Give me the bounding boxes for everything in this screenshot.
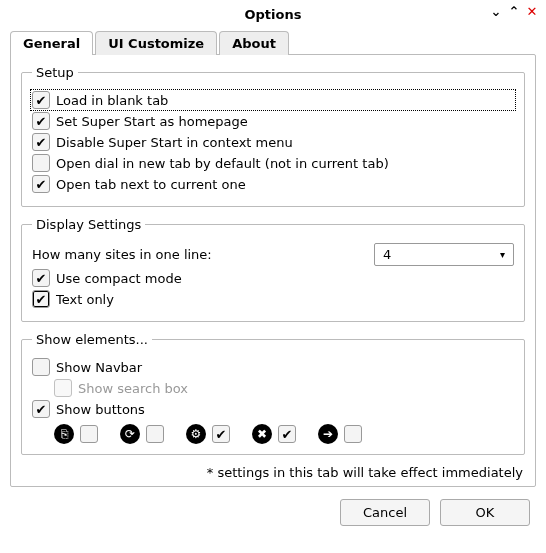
button-toggle-checkbox[interactable] [344, 425, 362, 443]
tab-ui-customize[interactable]: UI Customize [95, 31, 217, 55]
setup-checkbox[interactable] [32, 175, 50, 193]
setup-group: Setup Load in blank tabSet Super Start a… [21, 65, 525, 207]
sites-per-line-value: 4 [383, 247, 391, 262]
button-toggle-checkbox[interactable] [212, 425, 230, 443]
window-title: Options [245, 7, 302, 22]
display-legend: Display Settings [32, 217, 145, 232]
titlebar: Options ⌄ ⌃ ✕ [0, 0, 546, 28]
button-toggle-pair: ⚙ [186, 424, 236, 444]
compact-mode-label: Use compact mode [56, 271, 182, 286]
setup-label: Open tab next to current one [56, 177, 246, 192]
button-toggle-checkbox[interactable] [278, 425, 296, 443]
chevron-down-icon: ▾ [500, 249, 505, 260]
display-settings-group: Display Settings How many sites in one l… [21, 217, 525, 322]
show-searchbox-label: Show search box [78, 381, 188, 396]
dialog-buttons: Cancel OK [0, 487, 546, 526]
setup-legend: Setup [32, 65, 78, 80]
text-only-label: Text only [56, 292, 114, 307]
sites-per-line-label: How many sites in one line: [32, 247, 212, 262]
cancel-button[interactable]: Cancel [340, 499, 430, 526]
button-toggle-checkbox[interactable] [80, 425, 98, 443]
newtab-icon: ⎘ [54, 424, 74, 444]
ok-button[interactable]: OK [440, 499, 530, 526]
close-icon[interactable]: ✕ [524, 4, 540, 19]
show-buttons-label: Show buttons [56, 402, 145, 417]
setup-row: Load in blank tab [32, 91, 514, 109]
text-only-checkbox[interactable] [32, 290, 50, 308]
remove-icon: ✖ [252, 424, 272, 444]
setup-row: Open tab next to current one [32, 175, 514, 193]
show-buttons-checkbox[interactable] [32, 400, 50, 418]
setup-checkbox[interactable] [32, 133, 50, 151]
show-navbar-checkbox[interactable] [32, 358, 50, 376]
tab-general[interactable]: General [10, 31, 93, 55]
setup-label: Open dial in new tab by default (not in … [56, 156, 389, 171]
tab-panel-general: Setup Load in blank tabSet Super Start a… [10, 54, 536, 487]
next-icon: ➔ [318, 424, 338, 444]
show-elements-legend: Show elements... [32, 332, 152, 347]
tab-bar: General UI Customize About [0, 30, 546, 54]
minimize-icon[interactable]: ⌄ [488, 4, 504, 19]
setup-label: Disable Super Start in context menu [56, 135, 293, 150]
sites-per-line-select[interactable]: 4 ▾ [374, 243, 514, 266]
show-elements-group: Show elements... Show Navbar Show search… [21, 332, 525, 455]
setup-checkbox[interactable] [32, 154, 50, 172]
setup-checkbox[interactable] [32, 112, 50, 130]
button-toggle-pair: ➔ [318, 424, 368, 444]
footnote: * settings in this tab will take effect … [21, 465, 523, 480]
compact-mode-checkbox[interactable] [32, 269, 50, 287]
tab-about[interactable]: About [219, 31, 289, 55]
setup-row: Set Super Start as homepage [32, 112, 514, 130]
maximize-icon[interactable]: ⌃ [506, 4, 522, 19]
setup-row: Open dial in new tab by default (not in … [32, 154, 514, 172]
button-toggle-pair: ⎘ [54, 424, 104, 444]
setup-checkbox[interactable] [32, 91, 50, 109]
button-toggle-checkbox[interactable] [146, 425, 164, 443]
setup-row: Disable Super Start in context menu [32, 133, 514, 151]
button-toggle-pair: ✖ [252, 424, 302, 444]
button-toggle-pair: ⟳ [120, 424, 170, 444]
show-navbar-label: Show Navbar [56, 360, 142, 375]
config-icon: ⚙ [186, 424, 206, 444]
setup-label: Load in blank tab [56, 93, 168, 108]
show-searchbox-checkbox [54, 379, 72, 397]
refresh-icon: ⟳ [120, 424, 140, 444]
setup-label: Set Super Start as homepage [56, 114, 248, 129]
